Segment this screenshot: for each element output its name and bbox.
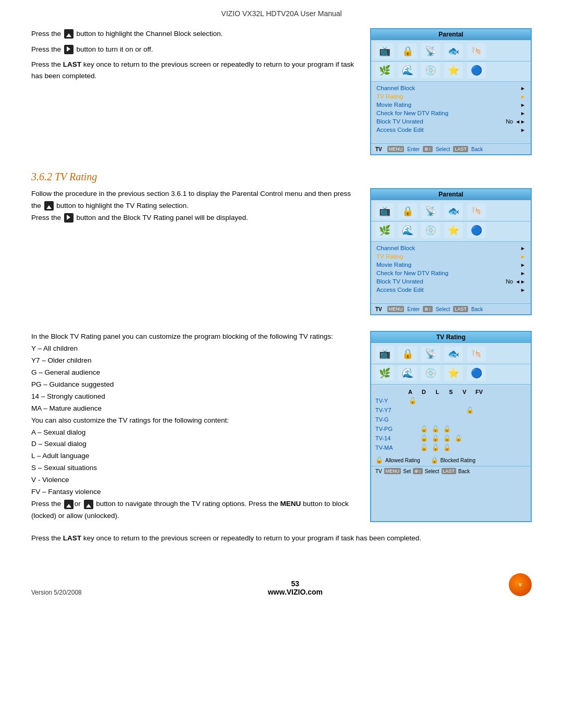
cell-tv14-l: 🔓 [431, 434, 440, 442]
cell-tvma-l: 🔓 [431, 443, 440, 452]
cell-tvpg-a [408, 425, 417, 433]
cell-tvy-a: 🔓 [408, 397, 417, 405]
icon-tv-2: 📺 [375, 203, 394, 219]
icon-fish-2: 🐟 [444, 203, 463, 219]
rating-y: Y – All children [31, 343, 360, 355]
cell-tv14-a [408, 434, 417, 442]
icon-circle-3: 🔵 [467, 365, 486, 381]
icon-leaf-2: 🌿 [375, 223, 394, 238]
menu2-tv-rating[interactable]: TV Rating ► [371, 252, 531, 261]
icon-shell: 🐚 [467, 43, 486, 59]
icon-star-3: ⭐ [444, 365, 463, 381]
icon-leaf: 🌿 [375, 63, 394, 78]
menu-item-tv-rating[interactable]: TV Rating ► [371, 92, 531, 101]
rating-14: 14 – Strongly cautioned [31, 391, 360, 403]
cell-tvg-s [442, 415, 451, 424]
icon-shell-3: 🐚 [467, 346, 486, 362]
cell-tvma-s: 🔓 [442, 443, 451, 452]
icon-star: ⭐ [444, 63, 463, 78]
icon-disc-3: 💿 [421, 365, 440, 381]
menu-item-access-code[interactable]: Access Code Edit ► [371, 126, 531, 134]
menu2-movie-rating[interactable]: Movie Rating ► [371, 261, 531, 269]
content-s: S – Sexual situations [31, 462, 360, 474]
menu2-channel-block[interactable]: Channel Block ► [371, 244, 531, 252]
page-number: 53 [268, 579, 323, 588]
icon-disc-2: 💿 [421, 223, 440, 238]
panel2-icons-row2: 🌿 🌊 💿 ⭐ 🔵 [371, 221, 531, 242]
customize-para: In the Block TV Rating panel you can cus… [31, 331, 360, 343]
footer-version: Version 5/20/2008 [31, 589, 82, 596]
icon-shell-2: 🐚 [467, 203, 486, 219]
icon-tv-3: 📺 [375, 346, 394, 362]
cell-tvpg-fv [465, 425, 474, 433]
legend-blocked: 🔒 Blocked Rating [431, 456, 475, 464]
icon-tv: 📺 [375, 43, 394, 59]
panel1-footer: TV MENU Enter ⊕↕ Select LAST Back [371, 143, 531, 154]
col-v: V [460, 389, 469, 395]
menu2-access-code[interactable]: Access Code Edit ► [371, 286, 531, 294]
icon-circle: 🔵 [467, 63, 486, 78]
rating-col-headers: A D L S V FV [375, 387, 527, 396]
cell-tvg-a [408, 415, 417, 424]
para-turn-on: Press the button to turn it on or off. [31, 44, 360, 55]
col-l: L [433, 389, 442, 395]
cell-tvy7-fv: 🔓 [465, 406, 474, 414]
menu-item-movie-rating[interactable]: Movie Rating ► [371, 101, 531, 109]
panel1-menu: Channel Block ► TV Rating ► Movie Rating… [371, 82, 531, 136]
cell-tv14-s: 🔓 [442, 434, 451, 442]
icon-lock-2: 🔒 [398, 203, 417, 219]
legend-allowed: 🔓 Allowed Rating [375, 456, 420, 464]
panel1-title: Parental [371, 29, 531, 40]
row-tvpg: TV-PG 🔓 🔓 🔓 [375, 424, 527, 434]
menu-item-channel-block[interactable]: Channel Block ► [371, 84, 531, 92]
panel1-icons-row2: 🌿 🌊 💿 ⭐ 🔵 [371, 61, 531, 82]
icon-wave: 🌊 [398, 63, 417, 78]
menu2-block-unrated[interactable]: Block TV Unrated No ◄► [371, 277, 531, 286]
right-btn-2 [64, 213, 74, 223]
content-l: L – Adult language [31, 450, 360, 462]
rating-legend: 🔓 Allowed Rating 🔒 Blocked Rating [371, 454, 531, 466]
rating-y7: Y7 – Older children [31, 355, 360, 367]
cell-tvma-fv [465, 443, 474, 452]
section-tv-rating: Follow the procedure in the previous sec… [31, 188, 532, 315]
cell-tvy7-d [419, 406, 429, 414]
para-highlight: Press the button to highlight the Channe… [31, 28, 360, 40]
icon-fish-3: 🐟 [444, 346, 463, 362]
nav-text: Press the or button to navigate through … [31, 498, 360, 522]
icon-circle-2: 🔵 [467, 223, 486, 238]
parental-panel-2: Parental 📺 🔒 📡 🐟 🐚 🌿 🌊 💿 ⭐ 🔵 Channel Blo… [370, 188, 532, 315]
panel2-icons-row1: 📺 🔒 📡 🐟 🐚 [371, 200, 531, 221]
content-a: A – Sexual dialog [31, 427, 360, 439]
tv-rating-details-text: In the Block TV Rating panel you can cus… [31, 331, 360, 522]
cell-tvy-fv [465, 397, 474, 405]
content-fv: FV – Fantasy violence [31, 486, 360, 498]
footer-website: www.VIZIO.com [268, 588, 323, 596]
icon-satellite-3: 📡 [421, 346, 440, 362]
channel-block-text: Press the button to highlight the Channe… [31, 28, 360, 155]
cell-tvy-s [442, 397, 451, 405]
icon-star-2: ⭐ [444, 223, 463, 238]
icon-wave-2: 🌊 [398, 223, 417, 238]
row-tvma: TV-MA 🔓 🔓 🔓 [375, 443, 527, 452]
icon-fish: 🐟 [444, 43, 463, 59]
rating-grid: A D L S V FV TV-Y 🔓 [371, 385, 531, 454]
panel3-icons-row1: 📺 🔒 📡 🐟 🐚 [371, 343, 531, 364]
panel2-title: Parental [371, 189, 531, 200]
menu2-check-dtv[interactable]: Check for New DTV Rating ► [371, 269, 531, 277]
cell-tvma-d: 🔓 [419, 443, 429, 452]
content-header: You can also customize the TV ratings fo… [31, 415, 360, 427]
icon-lock-3: 🔒 [398, 346, 417, 362]
page-footer: Version 5/20/2008 53 www.VIZIO.com V [0, 568, 563, 607]
menu-item-check-dtv[interactable]: Check for New DTV Rating ► [371, 109, 531, 117]
cell-tvma-a [408, 443, 417, 452]
rating-g: G – General audience [31, 367, 360, 379]
menu-item-block-unrated[interactable]: Block TV Unrated No ◄► [371, 117, 531, 126]
icon-lock: 🔒 [398, 43, 417, 59]
panel3-footer: TV MENU Set ⊕↕ Select LAST Back [371, 466, 531, 476]
cell-tv14-v: 🔓 [454, 434, 463, 442]
icon-leaf-3: 🌿 [375, 365, 394, 381]
icon-satellite: 📡 [421, 43, 440, 59]
icon-satellite-2: 📡 [421, 203, 440, 219]
row-tv14: TV-14 🔓 🔓 🔓 🔓 [375, 434, 527, 443]
cell-tvy-d [419, 397, 429, 405]
